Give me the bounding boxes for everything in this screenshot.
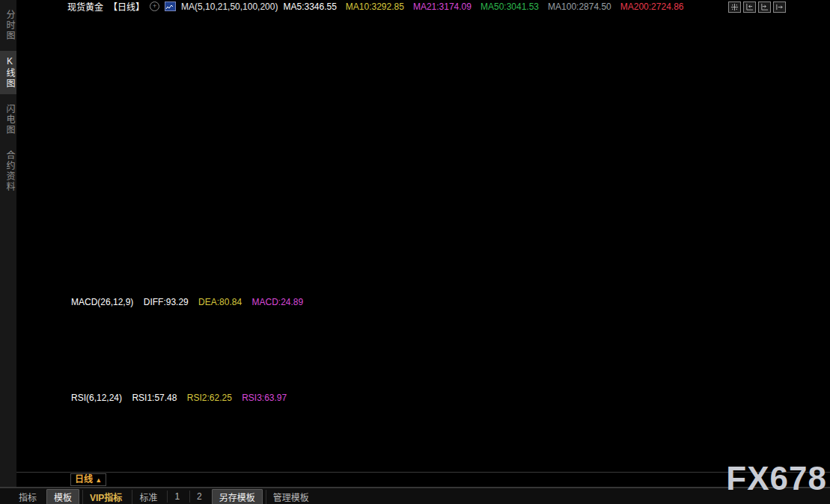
sidebar-tab-active[interactable]: K线图 bbox=[0, 51, 16, 94]
chart-toolbar-icons bbox=[728, 1, 786, 13]
pan-out-icon[interactable] bbox=[773, 1, 786, 13]
axis-shift-right-icon[interactable] bbox=[758, 1, 771, 13]
toolbar-item[interactable]: 管理模板 bbox=[266, 490, 316, 504]
toolbar-item[interactable]: 指标 bbox=[12, 490, 43, 504]
period-selector[interactable]: 日线 ▲ bbox=[70, 473, 106, 486]
chart-type-sidebar: 分时图K线图闪电图合约资料 bbox=[0, 0, 16, 487]
rsi2-value: RSI2:62.25 bbox=[187, 393, 232, 403]
chart-canvas[interactable] bbox=[0, 0, 830, 504]
ma-group-label: MA(5,10,21,50,100,200) bbox=[181, 1, 278, 12]
ma-legend-value: MA100:2874.50 bbox=[548, 1, 611, 12]
ma-legend-value: MA50:3041.53 bbox=[480, 1, 539, 12]
macd-dea-value: DEA:80.84 bbox=[198, 297, 242, 307]
bottom-toolbar: 指标模板VIP指标标准12另存模板管理模板 bbox=[0, 488, 830, 504]
sidebar-tab-item[interactable]: 闪电图 bbox=[0, 99, 16, 141]
period-selector-label: 日线 bbox=[75, 474, 93, 485]
mini-chart-icon bbox=[165, 1, 176, 11]
ma-legend-value: MA10:3292.85 bbox=[346, 1, 404, 12]
period-selector-arrow-icon: ▲ bbox=[95, 476, 102, 484]
symbol-name: 现货黄金 bbox=[67, 0, 103, 13]
ma-legend-value: MA5:3346.55 bbox=[283, 1, 336, 12]
ma-legend: MA5:3346.55MA10:3292.85MA21:3174.09MA50:… bbox=[283, 1, 683, 12]
add-indicator-icon[interactable]: + bbox=[150, 1, 159, 11]
x-axis-divider bbox=[0, 472, 830, 473]
chart-header: 现货黄金【日线】 + MA(5,10,21,50,100,200) MA5:33… bbox=[67, 1, 684, 12]
macd-panel-header: MACD(26,12,9) DIFF:93.29 DEA:80.84 MACD:… bbox=[71, 297, 311, 307]
rsi-title: RSI(6,12,24) bbox=[71, 393, 122, 403]
period-tag: 【日线】 bbox=[109, 0, 144, 13]
trading-app-window: 分时图K线图闪电图合约资料 现货黄金【日线】 + MA(5,10,21,50,1… bbox=[0, 0, 830, 504]
rsi1-value: RSI1:57.48 bbox=[132, 393, 177, 403]
macd-diff-value: DIFF:93.29 bbox=[144, 297, 189, 307]
ma-legend-value: MA21:3174.09 bbox=[413, 1, 472, 12]
sidebar-tab-item[interactable]: 分时图 bbox=[0, 4, 16, 46]
rsi3-value: RSI3:63.97 bbox=[242, 393, 287, 403]
macd-macd-value: MACD:24.89 bbox=[251, 297, 303, 307]
toolbar-item[interactable]: 模板 bbox=[46, 489, 79, 504]
rsi-panel-header: RSI(6,12,24) RSI1:57.48 RSI2:62.25 RSI3:… bbox=[71, 393, 294, 403]
macd-title: MACD(26,12,9) bbox=[71, 297, 133, 307]
toolbar-item[interactable]: VIP指标 bbox=[82, 490, 129, 504]
toolbar-item[interactable]: 1 bbox=[167, 491, 186, 503]
ma-legend-value: MA200:2724.86 bbox=[620, 1, 684, 12]
axis-shift-left-icon[interactable] bbox=[743, 1, 756, 13]
toolbar-item[interactable]: 标准 bbox=[132, 490, 164, 504]
watermark: FX678 bbox=[726, 462, 827, 495]
toolbar-item[interactable]: 2 bbox=[189, 491, 209, 503]
crosshair-icon[interactable] bbox=[728, 1, 741, 13]
toolbar-item[interactable]: 另存模板 bbox=[212, 489, 263, 504]
sidebar-tab-item[interactable]: 合约资料 bbox=[0, 145, 16, 197]
